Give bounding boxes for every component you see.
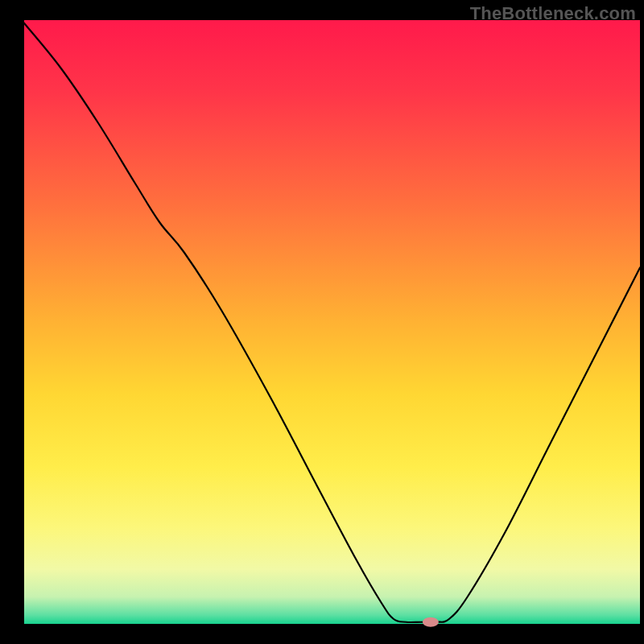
chart-gradient-background — [24, 20, 640, 624]
optimal-marker — [423, 617, 439, 627]
bottleneck-chart — [0, 0, 644, 644]
chart-container: TheBottleneck.com — [0, 0, 644, 644]
watermark-text: TheBottleneck.com — [470, 3, 636, 24]
